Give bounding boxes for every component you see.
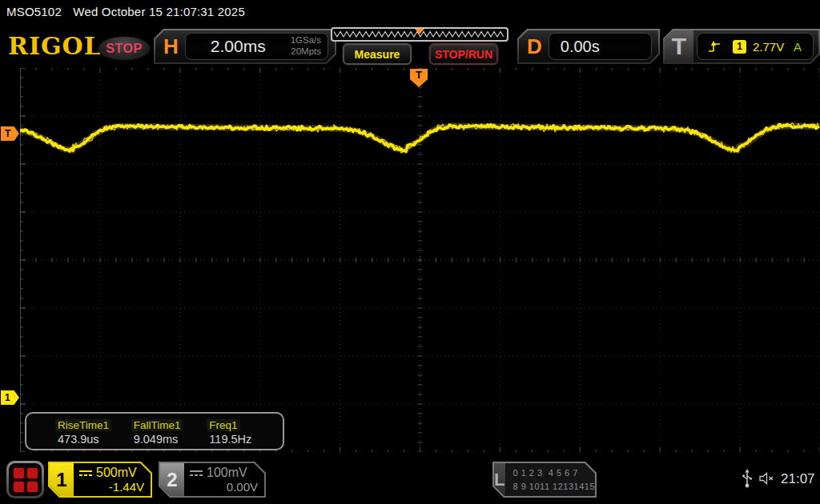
- timebase-value: 2.00ms: [186, 37, 291, 56]
- measurement-label: Freq1: [207, 419, 239, 431]
- measurement-risetime: RiseTime1 473.9us: [55, 418, 131, 449]
- trigger-label: T: [665, 30, 693, 62]
- dc-coupling-icon: [78, 469, 93, 477]
- dc-coupling-icon: [189, 469, 203, 477]
- delay-label: D: [527, 34, 542, 59]
- horizontal-label: H: [163, 34, 179, 59]
- overview-zigzag: [332, 29, 507, 40]
- stop-run-button[interactable]: STOP/RUN: [429, 43, 498, 65]
- timebase-box: 2.00ms 1GSa/s 20Mpts: [185, 33, 328, 60]
- logic-row1: 0 1 2 3 4 5 6 7: [513, 466, 596, 480]
- usb-icon: [742, 468, 753, 489]
- clock: 21:07: [781, 471, 815, 487]
- rigol-logo: RIGOL: [8, 32, 102, 60]
- channel1-number: 1: [50, 463, 74, 496]
- measurement-falltime: FallTime1 9.049ms: [131, 418, 207, 449]
- measurement-label: FallTime1: [131, 419, 183, 431]
- measurement-value: 119.5Hz: [207, 433, 283, 446]
- measurement-panel[interactable]: RiseTime1 473.9us FallTime1 9.049ms Freq…: [25, 412, 284, 450]
- logic-channels-badge[interactable]: L 0 1 2 3 4 5 6 7 8 9 1011 12131415: [492, 462, 597, 498]
- trigger-menu[interactable]: T 1 2.77V A: [663, 29, 820, 64]
- windows-menu-button[interactable]: [6, 461, 44, 498]
- channel1-ground-marker[interactable]: 1: [1, 390, 19, 405]
- channel2-number: 2: [160, 463, 184, 496]
- channel2-offset: 0.00V: [189, 480, 258, 494]
- measurement-freq: Freq1 119.5Hz: [207, 418, 283, 449]
- trigger-level-marker[interactable]: T: [1, 126, 19, 141]
- delay-value: 0.00s: [561, 38, 600, 56]
- waveform-plot[interactable]: [20, 68, 820, 452]
- red-squares-icon: [9, 463, 42, 496]
- memory-depth: 20Mpts: [291, 46, 321, 58]
- trigger-source-badge: 1: [733, 40, 746, 54]
- delay-menu[interactable]: D 0.00s: [517, 29, 660, 64]
- sample-rate: 1GSa/s: [291, 35, 321, 46]
- model-name: MSO5102: [6, 5, 62, 18]
- sound-muted-icon: [759, 472, 775, 485]
- logic-row2: 8 9 1011 12131415: [513, 480, 596, 494]
- channel1-badge[interactable]: 1 500mV -1.44V: [48, 462, 152, 498]
- waveform-overview-strip[interactable]: [331, 27, 508, 42]
- channel2-scale: 100mV: [207, 466, 247, 480]
- oscilloscope-screen: MSO5102 Wed October 15 21:07:31 2025 RIG…: [0, 0, 820, 504]
- delay-box: 0.00s: [549, 33, 652, 60]
- logic-label: L: [494, 463, 505, 496]
- horizontal-menu[interactable]: H 2.00ms 1GSa/s 20Mpts: [154, 29, 336, 64]
- status-bar: MSO5102 Wed October 15 21:07:31 2025: [6, 5, 253, 18]
- measurement-value: 473.9us: [55, 433, 131, 446]
- rising-edge-icon: [707, 40, 722, 54]
- measurement-value: 9.049ms: [131, 433, 207, 446]
- trigger-box: 1 2.77V A: [697, 33, 814, 60]
- measure-button[interactable]: Measure: [343, 43, 412, 65]
- channel1-offset: -1.44V: [78, 480, 144, 494]
- channel1-scale: 500mV: [96, 466, 137, 480]
- trigger-level-value: 2.77V: [753, 40, 784, 54]
- trigger-sweep-mode: A: [794, 40, 802, 54]
- acquisition-status-badge: STOP: [98, 36, 151, 61]
- channel2-badge[interactable]: 2 100mV 0.00V: [159, 462, 266, 498]
- measurement-label: RiseTime1: [55, 419, 111, 431]
- datetime: Wed October 15 21:07:31 2025: [73, 5, 245, 18]
